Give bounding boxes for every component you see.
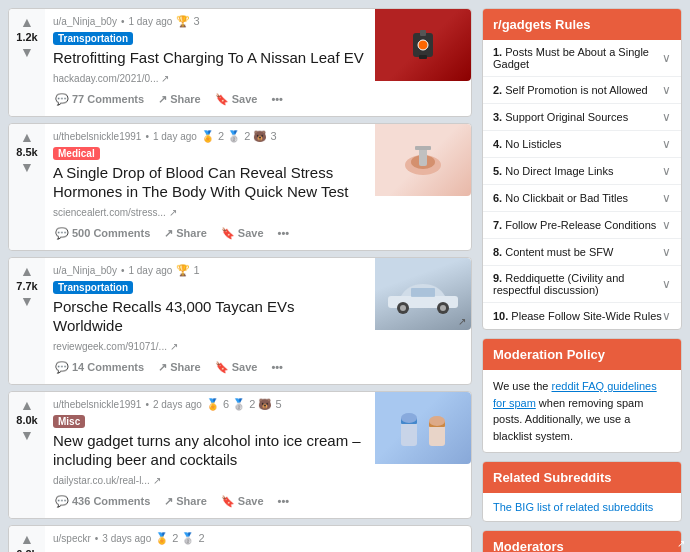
share-button[interactable]: ↗ Share [156, 357, 203, 378]
post-card: ▲ 1.2k ▼ u/a_Ninja_b0y • 1 day ago 🏆 3 T… [8, 8, 472, 117]
rule-item[interactable]: 2. Self Promotion is not Allowed ∨ [483, 77, 681, 104]
vote-column: ▲ 8.5k ▼ [9, 124, 45, 250]
chevron-down-icon: ∨ [662, 218, 671, 232]
downvote-button[interactable]: ▼ [20, 294, 34, 308]
rule-item[interactable]: 9. Reddiquette (Civility and respectful … [483, 266, 681, 303]
post-meta: u/a_Ninja_b0y • 1 day ago 🏆 1 [53, 264, 367, 277]
vote-count: 8.5k [16, 146, 37, 158]
vote-column: ▲ 6.2k ▼ [9, 526, 45, 553]
save-button[interactable]: 🔖 Save [219, 491, 266, 512]
upvote-button[interactable]: ▲ [20, 15, 34, 29]
rules-header: r/gadgets Rules [483, 9, 681, 40]
save-button[interactable]: 🔖 Save [213, 357, 260, 378]
chevron-down-icon: ∨ [662, 245, 671, 259]
more-button[interactable]: ••• [276, 491, 292, 511]
post-flair[interactable]: Medical [53, 147, 100, 160]
charger-svg [398, 25, 448, 65]
comments-button[interactable]: 💬 500 Comments [53, 223, 152, 244]
post-title[interactable]: New gadget turns any alcohol into ice cr… [53, 431, 367, 470]
post-link[interactable]: reviewgeek.com/91071/... ↗ [53, 341, 178, 352]
vote-count: 1.2k [16, 31, 37, 43]
post-thumbnail[interactable]: ↗ [375, 258, 471, 330]
svg-rect-1 [420, 30, 426, 36]
chevron-down-icon: ∨ [662, 164, 671, 178]
share-icon: ↗ [164, 495, 173, 508]
post-actions: 💬 500 Comments ↗ Share 🔖 Save ••• [53, 223, 367, 244]
rule-item[interactable]: 3. Support Original Sources ∨ [483, 104, 681, 131]
more-button[interactable]: ••• [269, 89, 285, 109]
post-title[interactable]: Porsche Recalls 43,000 Taycan EVs Worldw… [53, 297, 367, 336]
chevron-down-icon: ∨ [662, 309, 671, 323]
downvote-button[interactable]: ▼ [20, 428, 34, 442]
comment-icon: 💬 [55, 495, 69, 508]
comment-icon: 💬 [55, 227, 69, 240]
post-thumbnail[interactable] [375, 124, 471, 196]
share-button[interactable]: ↗ Share [162, 223, 209, 244]
chevron-down-icon: ∨ [662, 83, 671, 97]
share-button[interactable]: ↗ Share [162, 491, 209, 512]
rules-list: 1. Posts Must be About a Single Gadget ∨… [483, 40, 681, 329]
post-thumbnail[interactable] [375, 392, 471, 464]
comments-button[interactable]: 💬 436 Comments [53, 491, 152, 512]
svg-point-12 [440, 305, 446, 311]
thumbnail-image [375, 392, 471, 464]
post-meta: u/a_Ninja_b0y • 1 day ago 🏆 3 [53, 15, 367, 28]
rule-text: 5. No Direct Image Links [493, 165, 613, 177]
post-flair[interactable]: Transportation [53, 32, 133, 45]
save-icon: 🔖 [215, 361, 229, 374]
related-link[interactable]: The BIG list of related subreddits [493, 501, 653, 513]
more-button[interactable]: ••• [276, 223, 292, 243]
post-author: u/a_Ninja_b0y [53, 16, 117, 27]
more-button[interactable]: ••• [269, 357, 285, 377]
related-subreddits-card: Related Subreddits The BIG list of relat… [482, 461, 682, 522]
share-button[interactable]: ↗ Share [156, 89, 203, 110]
post-title[interactable]: A Single Drop of Blood Can Reveal Stress… [53, 163, 367, 202]
upvote-button[interactable]: ▲ [20, 398, 34, 412]
rule-item[interactable]: 1. Posts Must be About a Single Gadget ∨ [483, 40, 681, 77]
rule-item[interactable]: 4. No Listicles ∨ [483, 131, 681, 158]
post-content: u/thebelsnickle1991 • 2 days ago 🏅 6 🥈 2… [45, 392, 375, 518]
upvote-button[interactable]: ▲ [20, 532, 34, 546]
downvote-button[interactable]: ▼ [20, 160, 34, 174]
post-link[interactable]: dailystar.co.uk/real-l... ↗ [53, 475, 161, 486]
post-flair[interactable]: Misc [53, 415, 85, 428]
rule-item[interactable]: 7. Follow Pre-Release Conditions ∨ [483, 212, 681, 239]
rule-item[interactable]: 10. Please Follow Site-Wide Rules ∨ [483, 303, 681, 329]
post-meta: u/thebelsnickle1991 • 2 days ago 🏅 6 🥈 2… [53, 398, 367, 411]
rule-item[interactable]: 8. Content must be SFW ∨ [483, 239, 681, 266]
rule-text: 10. Please Follow Site-Wide Rules [493, 310, 662, 322]
post-thumbnail[interactable]: ↗ [375, 9, 471, 81]
vote-count: 7.7k [16, 280, 37, 292]
post-actions: 💬 77 Comments ↗ Share 🔖 Save ••• [53, 89, 367, 110]
svg-rect-3 [419, 55, 427, 59]
comments-button[interactable]: 💬 77 Comments [53, 89, 146, 110]
rule-item[interactable]: 5. No Direct Image Links ∨ [483, 158, 681, 185]
share-icon: ↗ [158, 93, 167, 106]
rule-item[interactable]: 6. No Clickbait or Bad Titles ∨ [483, 185, 681, 212]
chevron-down-icon: ∨ [662, 110, 671, 124]
save-button[interactable]: 🔖 Save [213, 89, 260, 110]
mod-policy-text-before: We use the [493, 380, 552, 392]
post-title[interactable]: Retrofitting Fast Charging To A Nissan L… [53, 48, 367, 68]
post-link[interactable]: sciencealert.com/stress... ↗ [53, 207, 177, 218]
post-link[interactable]: hackaday.com/2021/0... ↗ [53, 73, 169, 84]
upvote-button[interactable]: ▲ [20, 264, 34, 278]
svg-rect-7 [415, 146, 431, 150]
vote-count: 6.2k [16, 548, 37, 553]
post-time: 3 days ago [102, 533, 151, 544]
thumbnail-image [375, 124, 471, 196]
post-time: 2 days ago [153, 399, 202, 410]
comments-button[interactable]: 💬 14 Comments [53, 357, 146, 378]
post-flair[interactable]: Transportation [53, 281, 133, 294]
comment-icon: 💬 [55, 361, 69, 374]
post-author: u/a_Ninja_b0y [53, 265, 117, 276]
save-button[interactable]: 🔖 Save [219, 223, 266, 244]
upvote-button[interactable]: ▲ [20, 130, 34, 144]
post-meta: u/speckr • 3 days ago 🏅 2 🥈 2 [53, 532, 463, 545]
svg-point-10 [400, 305, 406, 311]
svg-point-19 [429, 416, 445, 426]
blood-svg [393, 140, 453, 180]
downvote-button[interactable]: ▼ [20, 45, 34, 59]
rule-text: 6. No Clickbait or Bad Titles [493, 192, 628, 204]
chevron-down-icon: ∨ [662, 191, 671, 205]
